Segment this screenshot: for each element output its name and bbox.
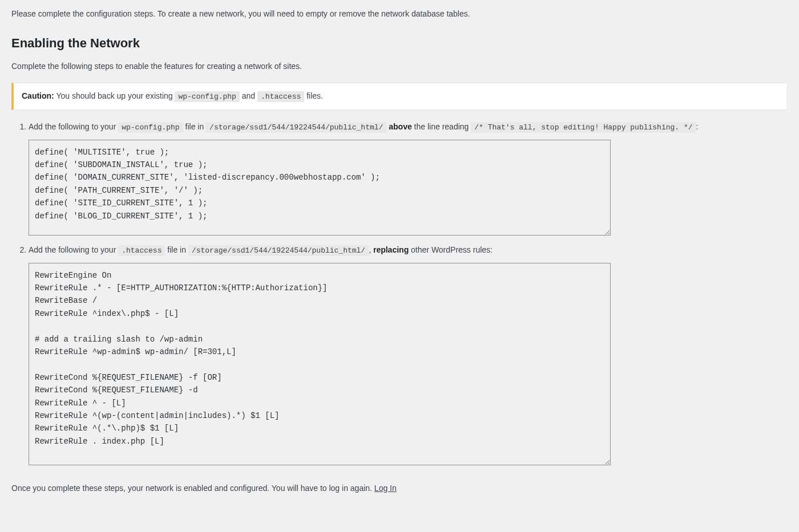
step1-above: above <box>389 122 411 131</box>
step1-file: wp-config.php <box>118 122 183 133</box>
step1-path: /storage/ssd1/544/19224544/public_html/ <box>206 122 386 133</box>
outro-message: Once you complete these steps, your netw… <box>11 484 374 493</box>
step1-mid1: file in <box>183 122 206 131</box>
wp-config-filename: wp-config.php <box>175 91 239 102</box>
caution-text-pre: You should back up your existing <box>54 91 175 100</box>
intro-text: Please complete the configuration steps.… <box>11 8 788 20</box>
step2-mid2: , <box>369 245 373 254</box>
section-heading: Enabling the Network <box>11 34 788 52</box>
step2-path: /storage/ssd1/544/19224544/public_html/ <box>188 245 369 256</box>
wp-config-code-textarea[interactable] <box>29 140 611 235</box>
caution-text-post: files. <box>304 91 323 100</box>
step2-post: other WordPress rules: <box>409 245 493 254</box>
login-link[interactable]: Log In <box>374 484 397 493</box>
outro-text: Once you complete these steps, your netw… <box>11 482 788 494</box>
step1-mid3: the line reading <box>412 122 471 131</box>
caution-label: Caution: <box>22 91 54 100</box>
caution-notice: Caution: You should back up your existin… <box>11 83 788 110</box>
steps-list: Add the following to your wp-config.php … <box>11 120 788 465</box>
step1-line: /* That's all, stop editing! Happy publi… <box>471 122 696 133</box>
step1-pre: Add the following to your <box>29 122 118 131</box>
section-subtitle: Complete the following steps to enable t… <box>11 60 788 72</box>
htaccess-filename: .htaccess <box>257 91 304 102</box>
caution-text-mid: and <box>240 91 257 100</box>
step2-replacing: replacing <box>373 245 409 254</box>
step-1: Add the following to your wp-config.php … <box>29 120 788 235</box>
step1-post: : <box>696 122 699 131</box>
step2-file: .htaccess <box>118 245 165 256</box>
htaccess-code-textarea[interactable] <box>29 263 611 465</box>
step2-mid1: file in <box>165 245 188 254</box>
step-2: Add the following to your .htaccess file… <box>29 243 788 465</box>
step2-pre: Add the following to your <box>29 245 118 254</box>
